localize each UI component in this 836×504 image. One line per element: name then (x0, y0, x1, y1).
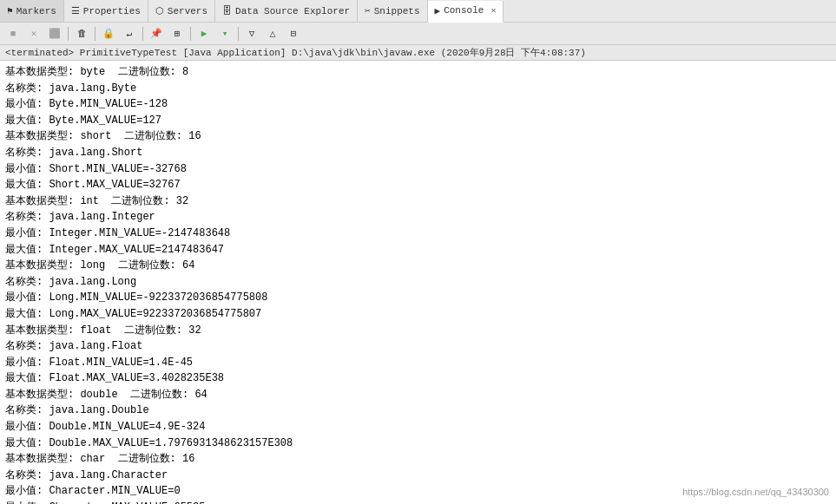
console-line: 名称类: java.lang.Integer (5, 209, 831, 226)
separator-3 (142, 27, 143, 41)
tab-bar: ⚑ Markers ☰ Properties ⬡ Servers 🗄 Data … (0, 0, 836, 23)
console-line: 最小值: Short.MIN_VALUE=-32768 (5, 161, 831, 178)
toolbar: ■ ✕ ⬛ 🗑 🔒 ↵ 📌 ⊞ ▶ ▾ ▽ △ ⊟ (0, 23, 836, 45)
clear-icon: 🗑 (77, 28, 87, 39)
tab-properties[interactable]: ☰ Properties (64, 0, 148, 22)
console-line: 基本数据类型: short 二进制位数: 16 (5, 128, 831, 145)
console-line: 最小值: Long.MIN_VALUE=-9223372036854775808 (5, 290, 831, 306)
open-console-button[interactable]: ⊞ (168, 25, 187, 43)
minimize-icon: ▽ (249, 28, 255, 39)
clear-console-button[interactable]: 🗑 (72, 25, 91, 43)
word-wrap-icon: ↵ (127, 28, 133, 39)
separator-1 (68, 27, 69, 41)
tab-markers-label: Markers (16, 6, 56, 16)
status-bar: <terminated> PrimitiveTypeTest [Java App… (0, 45, 836, 61)
console-line: 最大值: Integer.MAX_VALUE=2147483647 (5, 242, 831, 259)
terminate-icon: ⬛ (49, 28, 61, 39)
open-console-icon: ⊞ (174, 28, 181, 39)
console-line: 最小值: Byte.MIN_VALUE=-128 (5, 96, 831, 113)
markers-icon: ⚑ (7, 5, 13, 16)
run-dropdown-button[interactable]: ▾ (215, 25, 234, 43)
console-line: 最小值: Float.MIN_VALUE=1.4E-45 (5, 355, 831, 371)
console-line: 基本数据类型: byte 二进制位数: 8 (5, 64, 831, 81)
console-output[interactable]: 基本数据类型: byte 二进制位数: 8名称类: java.lang.Byte… (0, 61, 836, 504)
tab-console-label: Console (444, 5, 484, 16)
console-line: 最大值: Byte.MAX_VALUE=127 (5, 113, 831, 129)
terminate-button[interactable]: ⬛ (45, 25, 64, 43)
console-line: 基本数据类型: char 二进制位数: 16 (5, 451, 831, 468)
console-line: 最大值: Double.MAX_VALUE=1.7976931348623157… (5, 435, 831, 452)
console-line: 最小值: Integer.MIN_VALUE=-2147483648 (5, 226, 831, 242)
console-line: 基本数据类型: double 二进制位数: 64 (5, 387, 831, 403)
console-line: 最大值: Character.MAX_VALUE=65535 (5, 500, 831, 504)
console-line: 最大值: Short.MAX_VALUE=32767 (5, 177, 831, 193)
separator-4 (190, 27, 191, 41)
restore-button[interactable]: ⊟ (284, 25, 303, 43)
maximize-button[interactable]: △ (263, 25, 282, 43)
properties-icon: ☰ (71, 5, 80, 16)
console-line: 基本数据类型: float 二进制位数: 32 (5, 323, 831, 339)
scroll-lock-button[interactable]: 🔒 (99, 25, 118, 43)
console-line: 基本数据类型: int 二进制位数: 32 (5, 193, 831, 210)
snippets-icon: ✂ (365, 5, 371, 16)
console-line: 名称类: java.lang.Short (5, 145, 831, 161)
watermark: https://blog.csdn.net/qq_43430300 (682, 485, 829, 500)
run-button[interactable]: ▶ (194, 25, 214, 43)
separator-5 (238, 27, 239, 41)
tab-properties-label: Properties (83, 6, 141, 16)
console-line: 最大值: Long.MAX_VALUE=9223372036854775807 (5, 306, 831, 323)
console-line: 名称类: java.lang.Long (5, 274, 831, 291)
console-line: 最小值: Double.MIN_VALUE=4.9E-324 (5, 419, 831, 435)
run-icon: ▶ (201, 28, 207, 39)
restore-icon: ⊟ (291, 28, 297, 39)
tab-servers[interactable]: ⬡ Servers (148, 0, 215, 22)
console-line: 基本数据类型: long 二进制位数: 64 (5, 258, 831, 274)
status-text: <terminated> PrimitiveTypeTest [Java App… (5, 46, 586, 59)
servers-icon: ⬡ (155, 5, 164, 16)
datasource-icon: 🗄 (222, 5, 232, 16)
console-line: 名称类: java.lang.Float (5, 338, 831, 355)
tab-markers[interactable]: ⚑ Markers (0, 0, 64, 22)
minimize-button[interactable]: ▽ (242, 25, 261, 43)
tab-servers-label: Servers (168, 6, 207, 16)
maximize-icon: △ (270, 28, 276, 39)
tab-datasource[interactable]: 🗄 Data Source Explorer (215, 0, 358, 22)
tab-datasource-label: Data Source Explorer (235, 6, 350, 16)
tab-console-close[interactable]: ✕ (490, 5, 496, 16)
separator-2 (95, 27, 95, 41)
tab-snippets-label: Snippets (374, 6, 420, 16)
tab-snippets[interactable]: ✂ Snippets (358, 0, 427, 22)
remove-launch-button[interactable]: ✕ (24, 25, 43, 43)
pin-icon: 📌 (150, 28, 162, 39)
tab-console[interactable]: ▶ Console ✕ (428, 1, 504, 23)
scroll-lock-icon: 🔒 (102, 28, 115, 39)
console-line: 名称类: java.lang.Double (5, 403, 831, 419)
remove-launch-icon: ✕ (31, 28, 37, 39)
console-line: 名称类: java.lang.Byte (5, 81, 831, 97)
word-wrap-button[interactable]: ↵ (120, 25, 139, 43)
pin-console-button[interactable]: 📌 (147, 25, 166, 43)
console-line: 名称类: java.lang.Character (5, 468, 831, 484)
console-icon: ▶ (435, 5, 441, 16)
stop-button[interactable]: ■ (3, 25, 23, 43)
console-line: 最大值: Float.MAX_VALUE=3.4028235E38 (5, 370, 831, 387)
run-dropdown-icon: ▾ (222, 28, 228, 39)
stop-icon: ■ (10, 29, 16, 39)
